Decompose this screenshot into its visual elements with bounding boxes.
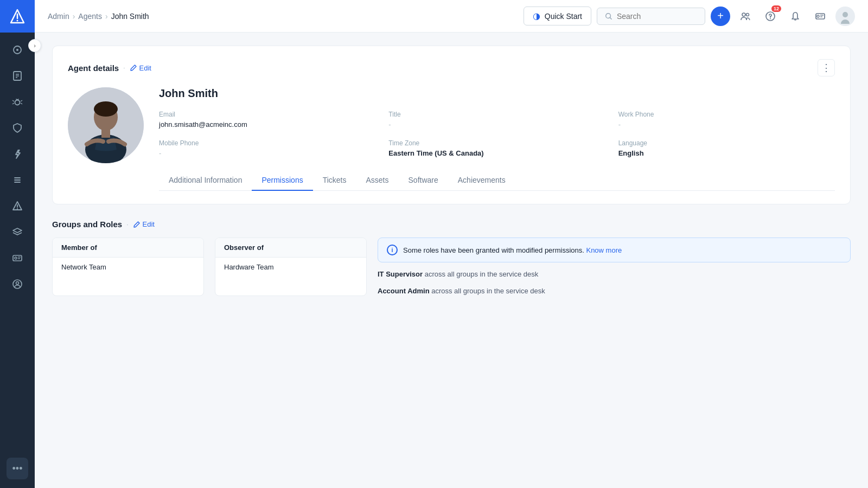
quick-start-label: Quick Start	[545, 12, 582, 21]
tabs: Additional InformationPermissionsTickets…	[159, 170, 835, 191]
sidebar-expand-button[interactable]: ›	[28, 39, 41, 52]
agent-card: Agent details · Edit ⋮	[52, 46, 851, 204]
sidebar-item-idcard[interactable]	[7, 247, 28, 269]
notification-badge: 12	[771, 5, 781, 12]
observer-of-header: Observer of	[215, 238, 366, 258]
language-field: Language English	[618, 139, 835, 157]
agent-avatar-image	[68, 87, 144, 163]
groups-edit-link[interactable]: Edit	[133, 220, 155, 228]
work-phone-label: Work Phone	[618, 111, 835, 118]
svg-line-11	[12, 103, 14, 104]
search-input[interactable]	[617, 12, 697, 21]
notifications-button[interactable]	[786, 7, 805, 26]
add-button[interactable]: +	[711, 7, 730, 26]
breadcrumb: Admin › Agents › John Smith	[48, 12, 149, 21]
svg-point-4	[16, 49, 18, 51]
role-entry-2: Account Admin across all groups in the s…	[378, 286, 851, 296]
team-icon-button[interactable]	[736, 7, 755, 26]
svg-line-10	[12, 100, 14, 101]
time-zone-label: Time Zone	[388, 139, 605, 147]
title-field: Title -	[388, 111, 605, 129]
svg-point-40	[94, 101, 118, 117]
role-name-1: IT Supervisor	[378, 270, 423, 278]
card-more-button[interactable]: ⋮	[818, 59, 835, 76]
info-banner-text: Some roles have been granted with modifi…	[403, 246, 622, 254]
tab-achievements[interactable]: Achievements	[448, 170, 515, 191]
sidebar-item-contacts[interactable]	[7, 65, 28, 87]
svg-point-29	[746, 13, 749, 16]
info-banner: i Some roles have been granted with modi…	[378, 237, 851, 262]
groups-edit-label: Edit	[143, 220, 155, 228]
svg-point-37	[843, 12, 848, 17]
sidebar: › •••	[0, 0, 35, 488]
svg-point-18	[17, 208, 18, 209]
sidebar-item-alert[interactable]	[7, 195, 28, 217]
topbar: Admin › Agents › John Smith ◑ Quick Star…	[35, 0, 868, 33]
search-icon	[605, 12, 612, 21]
help-button[interactable]: 12	[761, 7, 780, 26]
svg-point-25	[16, 282, 19, 285]
sidebar-item-list[interactable]	[7, 169, 28, 191]
mobile-phone-field: Mobile Phone -	[159, 139, 375, 157]
tickets-button[interactable]	[810, 7, 830, 26]
know-more-link[interactable]: Know more	[586, 246, 622, 254]
section-dot: ·	[126, 221, 128, 228]
groups-roles-section: Groups and Roles · Edit Member of Networ…	[52, 220, 851, 296]
edit-icon	[130, 64, 137, 72]
svg-point-36	[841, 20, 850, 24]
search-bar[interactable]	[597, 8, 705, 25]
title-value: -	[388, 120, 605, 129]
permissions-panel: i Some roles have been granted with modi…	[378, 237, 851, 296]
sidebar-item-layers[interactable]	[7, 221, 28, 243]
svg-point-21	[15, 257, 17, 259]
svg-point-31	[770, 18, 771, 19]
tab-tickets[interactable]: Tickets	[313, 170, 356, 191]
user-avatar[interactable]	[835, 7, 855, 26]
svg-point-33	[817, 15, 819, 17]
quick-start-button[interactable]: ◑ Quick Start	[524, 7, 591, 25]
sidebar-item-bugs[interactable]	[7, 91, 28, 113]
role-name-2: Account Admin	[378, 287, 430, 295]
sidebar-item-dashboard[interactable]	[7, 39, 28, 61]
tab-assets[interactable]: Assets	[356, 170, 399, 191]
agent-avatar	[68, 87, 144, 163]
time-zone-field: Time Zone Eastern Time (US & Canada)	[388, 139, 605, 157]
observer-of-table: Observer of Hardware Team	[215, 237, 367, 296]
title-label: Title	[388, 111, 605, 118]
sidebar-more-button[interactable]: •••	[7, 458, 28, 479]
work-phone-value: -	[618, 120, 835, 129]
roles-layout: Member of Network Team Observer of Hardw…	[52, 237, 851, 296]
card-header: Agent details · Edit ⋮	[68, 59, 835, 76]
language-value: English	[618, 149, 835, 157]
main-area: Admin › Agents › John Smith ◑ Quick Star…	[35, 0, 868, 488]
profile-info: John Smith Email john.smisath@acmeinc.co…	[159, 87, 835, 191]
email-label: Email	[159, 111, 375, 118]
role-suffix-2: across all groups in the service desk	[431, 287, 545, 295]
breadcrumb-agents[interactable]: Agents	[78, 12, 102, 21]
svg-point-28	[742, 13, 745, 16]
breadcrumb-current: John Smith	[111, 12, 149, 21]
role-entry-1: IT Supervisor across all groups in the s…	[378, 269, 851, 279]
agent-edit-link[interactable]: Edit	[130, 64, 151, 72]
add-icon: +	[717, 10, 724, 22]
sidebar-item-lightning[interactable]	[7, 143, 28, 165]
sidebar-item-person-circle[interactable]	[7, 273, 28, 295]
svg-line-12	[21, 100, 22, 101]
agent-name: John Smith	[159, 87, 835, 100]
bell-icon	[790, 11, 801, 22]
breadcrumb-admin[interactable]: Admin	[48, 12, 69, 21]
member-of-table: Member of Network Team	[52, 237, 204, 296]
member-of-row-1: Network Team	[53, 258, 203, 277]
sidebar-logo[interactable]	[0, 0, 35, 33]
email-value: john.smisath@acmeinc.com	[159, 120, 375, 129]
tab-software[interactable]: Software	[399, 170, 448, 191]
card-header-dot: ·	[123, 64, 125, 72]
sidebar-item-shield[interactable]	[7, 117, 28, 139]
observer-of-row-1: Hardware Team	[215, 258, 366, 277]
ticket-icon	[815, 11, 826, 22]
tab-permissions[interactable]: Permissions	[252, 170, 312, 191]
tab-additional-information[interactable]: Additional Information	[159, 170, 252, 191]
svg-line-27	[610, 17, 612, 19]
svg-rect-42	[101, 128, 110, 138]
content-area: Agent details · Edit ⋮	[35, 33, 868, 488]
